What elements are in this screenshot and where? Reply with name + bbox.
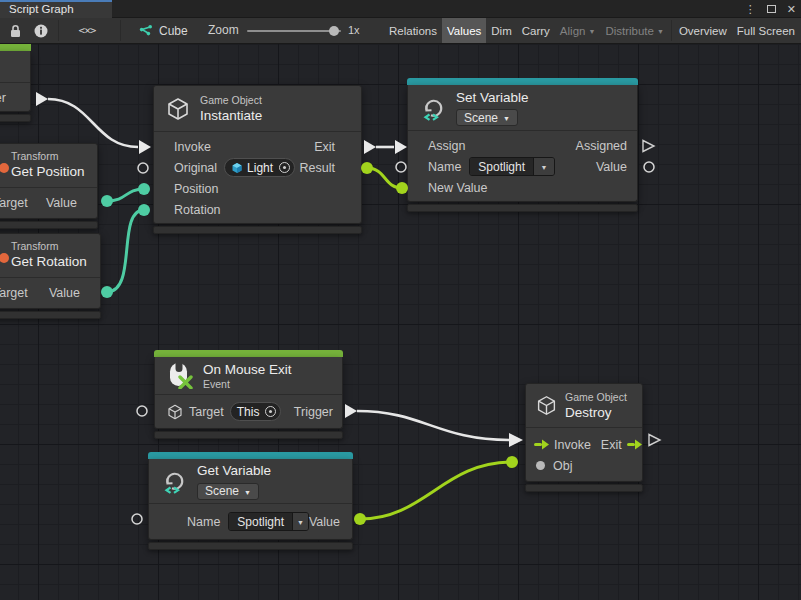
object-field-value: This — [237, 405, 260, 419]
lock-button[interactable] — [2, 18, 28, 43]
node-destroy[interactable]: Game Object Destroy Invoke Exit — [525, 383, 643, 492]
chevron-down-icon: ▼ — [657, 28, 664, 35]
mouse-event-icon — [167, 362, 193, 389]
variable-scope-dropdown[interactable]: Scene ▼ — [456, 109, 518, 126]
port-label-invoke: Invoke — [174, 140, 211, 154]
window-controls: ⋮ ✕ — [745, 0, 796, 18]
cube-icon — [167, 404, 183, 420]
node-footer — [0, 114, 31, 122]
node-footer — [153, 226, 362, 234]
kebab-menu-icon[interactable]: ⋮ — [745, 4, 756, 15]
object-picker-icon[interactable] — [265, 406, 276, 417]
distribute-dropdown[interactable]: Distribute▼ — [600, 18, 669, 43]
node-title: Destroy — [565, 404, 627, 421]
variable-name-combo[interactable]: Spotlight ▼ — [228, 512, 309, 531]
node-footer — [148, 542, 353, 550]
node-clipped-event[interactable]: Trigger — [0, 44, 31, 122]
overview-button[interactable]: Overview — [674, 18, 732, 43]
lock-icon — [9, 24, 22, 38]
node-category: Transform — [11, 150, 87, 163]
carry-button[interactable]: Carry — [517, 18, 555, 43]
node-title: Get Rotation — [11, 253, 90, 270]
port-label-name: Name — [428, 160, 461, 174]
port-label-name: Name — [187, 515, 220, 529]
object-field-value: Light — [247, 161, 273, 175]
node-title: On Mouse Exit — [203, 361, 292, 378]
port-label-invoke: Invoke — [554, 438, 591, 452]
chevron-down-icon: ▼ — [588, 28, 595, 35]
script-graph-window: Script Graph ⋮ ✕ <×> — [0, 0, 801, 600]
node-on-mouse-exit[interactable]: On Mouse Exit Event Target This — [154, 350, 343, 439]
node-get-position[interactable]: Transform Get Position Target Value — [0, 143, 98, 229]
variable-scope-dropdown[interactable]: Scene ▼ — [197, 483, 259, 500]
node-title: Get Position — [11, 163, 87, 180]
port-label-trigger: Trigger — [0, 91, 6, 105]
node-get-variable[interactable]: Get Variable Scene ▼ Name Spotlight ▼ — [148, 452, 353, 550]
variable-name-value: Spotlight — [470, 158, 533, 175]
maximize-icon[interactable] — [767, 5, 776, 13]
port-label-result: Result — [300, 161, 335, 175]
port-label-assigned: Assigned — [576, 139, 627, 153]
node-set-variable[interactable]: Set Variable Scene ▼ Assign Assigned Nam… — [407, 78, 638, 212]
game-object-icon — [231, 162, 243, 174]
variables-icon — [420, 95, 446, 121]
port-label-target: Target — [0, 286, 28, 300]
flow-arrow-icon — [627, 439, 642, 450]
node-title: Instantiate — [200, 107, 262, 124]
transform-icon — [0, 163, 9, 173]
variable-accent-bar — [148, 452, 353, 459]
node-instantiate[interactable]: Game Object Instantiate Invoke Exit Orig… — [153, 85, 362, 234]
port-label-exit: Exit — [601, 438, 622, 452]
flow-arrow-icon — [534, 439, 549, 450]
chevron-down-icon: ▼ — [244, 489, 251, 496]
node-footer — [525, 484, 643, 492]
port-label-assign: Assign — [428, 139, 466, 153]
info-button[interactable] — [28, 18, 54, 43]
node-category: Transform — [11, 240, 90, 253]
node-get-rotation[interactable]: Transform Get Rotation Target Value — [0, 233, 101, 319]
object-picker-icon[interactable] — [279, 162, 290, 173]
node-title: Set Variable — [456, 89, 529, 106]
tab-script-graph[interactable]: Script Graph — [0, 0, 112, 18]
edit-source-button[interactable]: <×> — [70, 18, 104, 43]
port-label-new-value: New Value — [428, 181, 488, 195]
variable-scope-value: Scene — [464, 111, 498, 125]
node-title: Get Variable — [197, 462, 271, 479]
variable-scope-value: Scene — [205, 484, 239, 498]
node-footer — [154, 431, 343, 439]
toolbar-separator — [671, 20, 672, 41]
port-label-value: Value — [309, 515, 340, 529]
code-icon: <×> — [79, 24, 96, 37]
node-category: Game Object — [200, 94, 262, 107]
port-label-trigger: Trigger — [294, 405, 333, 419]
toolbar-separator — [58, 20, 59, 41]
port-label-rotation: Rotation — [174, 203, 221, 217]
port-label-value: Value — [46, 196, 77, 210]
graph-breadcrumb[interactable]: Cube — [138, 18, 188, 43]
relations-button[interactable]: Relations — [384, 18, 442, 43]
event-accent-bar — [154, 350, 343, 357]
align-dropdown[interactable]: Align▼ — [555, 18, 601, 43]
node-subtitle: Event — [203, 378, 292, 391]
object-field-this[interactable]: This — [230, 402, 282, 421]
port-label-original: Original — [174, 161, 217, 175]
graph-toolbar: <×> Cube Zoom 1x Relations Values Dim Ca… — [0, 18, 801, 44]
variable-name-value: Spotlight — [229, 513, 292, 530]
variable-name-combo[interactable]: Spotlight ▼ — [469, 157, 555, 176]
port-label-target: Target — [0, 196, 28, 210]
graph-canvas[interactable] — [0, 44, 801, 600]
close-icon[interactable]: ✕ — [787, 4, 796, 15]
dim-button[interactable]: Dim — [486, 18, 516, 43]
chevron-down-icon: ▼ — [541, 164, 548, 171]
zoom-slider[interactable] — [247, 30, 341, 32]
object-field-light[interactable]: Light — [224, 158, 295, 177]
value-dot-icon — [536, 461, 545, 470]
values-button[interactable]: Values — [442, 18, 486, 43]
port-label-position: Position — [174, 182, 218, 196]
fullscreen-button[interactable]: Full Screen — [732, 18, 800, 43]
variables-icon — [161, 468, 187, 494]
zoom-slider-handle[interactable] — [329, 26, 339, 36]
port-label-exit: Exit — [314, 140, 335, 154]
toolbar-separator — [120, 20, 121, 41]
info-icon — [34, 24, 48, 38]
